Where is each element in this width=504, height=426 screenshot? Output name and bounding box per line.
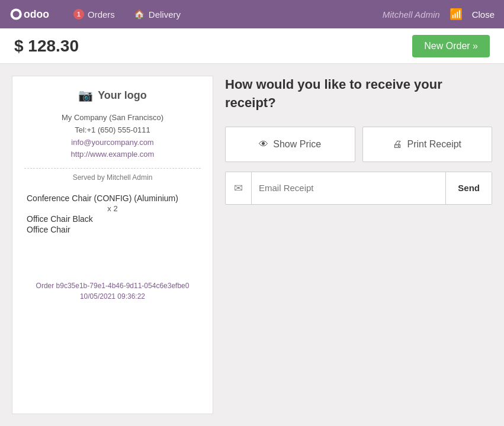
topbar: odoo 1 Orders 🏠 Delivery Mitchell Admin … <box>0 0 504 28</box>
svg-text:odoo: odoo <box>24 8 49 20</box>
username-label: Mitchell Admin <box>383 9 440 20</box>
logo-label: Your logo <box>98 89 147 102</box>
receipt-items: Conference Chair (CONFIG) (Aluminium) x … <box>24 193 201 234</box>
envelope-icon: ✉ <box>234 182 243 195</box>
company-name: My Company (San Francisco) <box>24 112 201 124</box>
receipt-item-1: Conference Chair (CONFIG) (Aluminium) <box>27 193 198 203</box>
send-button[interactable]: Send <box>445 172 492 204</box>
email-icon-wrap: ✉ <box>226 172 252 204</box>
print-receipt-label: Print Receipt <box>407 139 461 150</box>
receipt-item-2: Office Chair Black <box>27 214 198 224</box>
camera-icon: 📷 <box>78 88 93 102</box>
receipt-served-by: Served by Mitchell Admin <box>24 173 201 182</box>
email-row: ✉ Send <box>225 172 492 205</box>
receipt-question: How would you like to receive your recei… <box>225 76 492 112</box>
receipt-logo-placeholder: 📷 Your logo <box>24 88 201 102</box>
topbar-right: Mitchell Admin 📶 Close <box>383 8 495 21</box>
total-amount: $ 128.30 <box>14 37 79 56</box>
receipt-logo-area: 📷 Your logo <box>24 88 201 102</box>
topbar-nav: 1 Orders 🏠 Delivery <box>66 5 383 23</box>
printer-icon: 🖨 <box>393 139 402 150</box>
orders-badge: 1 <box>73 9 84 20</box>
receipt-item-1-qty: x 2 <box>27 204 198 213</box>
company-email-link[interactable]: info@yourcompany.com <box>71 138 153 147</box>
main-content: 📷 Your logo My Company (San Francisco) T… <box>0 64 504 426</box>
company-phone: Tel:+1 (650) 555-0111 <box>24 124 201 137</box>
delivery-nav-item[interactable]: 🏠 Delivery <box>127 5 188 23</box>
receipt-date: 10/05/2021 09:36:22 <box>24 292 201 301</box>
amount-bar: $ 128.30 New Order » <box>0 28 504 64</box>
orders-nav-item[interactable]: 1 Orders <box>66 5 122 23</box>
receipt-card: 📷 Your logo My Company (San Francisco) T… <box>12 76 213 414</box>
right-panel: How would you like to receive your recei… <box>225 76 492 414</box>
show-price-label: Show Price <box>273 139 321 150</box>
svg-point-1 <box>13 11 20 17</box>
receipt-footer: Order b9c35e1b-79e1-4b46-9d11-054c6e3efb… <box>24 246 201 301</box>
receipt-order-id: Order b9c35e1b-79e1-4b46-9d11-054c6e3efb… <box>24 282 201 290</box>
company-email: info@yourcompany.com <box>24 137 201 149</box>
receipt-divider <box>24 168 201 169</box>
receipt-company-info: My Company (San Francisco) Tel:+1 (650) … <box>24 112 201 161</box>
new-order-button[interactable]: New Order » <box>412 35 490 57</box>
receipt-actions: 👁 Show Price 🖨 Print Receipt <box>225 127 492 162</box>
home-icon: 🏠 <box>134 9 145 20</box>
wifi-icon: 📶 <box>450 8 463 21</box>
delivery-label: Delivery <box>149 9 181 20</box>
show-price-button[interactable]: 👁 Show Price <box>225 127 355 162</box>
company-website-link[interactable]: http://www.example.com <box>71 150 155 159</box>
orders-label: Orders <box>88 9 115 20</box>
receipt-item-3: Office Chair <box>27 225 198 234</box>
logo-area: odoo <box>9 5 52 24</box>
company-website: http://www.example.com <box>24 149 201 161</box>
close-button[interactable]: Close <box>472 9 495 20</box>
eye-icon: 👁 <box>259 139 268 150</box>
email-receipt-input[interactable] <box>252 183 445 193</box>
print-receipt-button[interactable]: 🖨 Print Receipt <box>362 127 493 162</box>
